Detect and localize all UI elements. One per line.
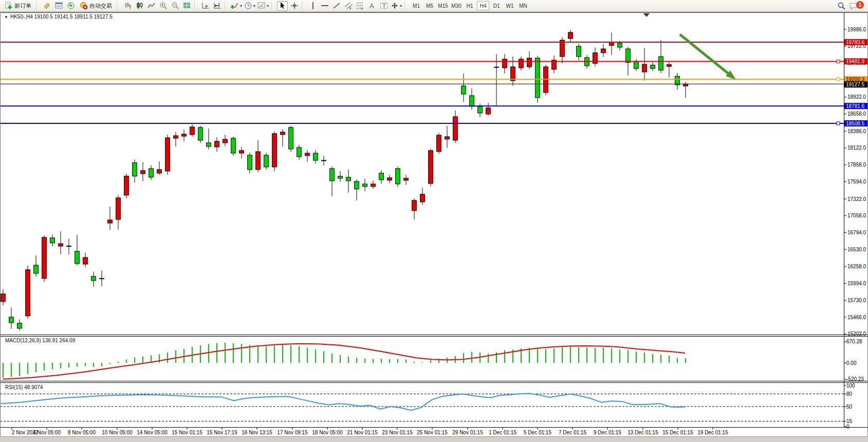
periods-button[interactable]: ▾ — [244, 1, 256, 11]
candle-body — [651, 65, 655, 69]
candle-body — [363, 184, 367, 187]
time-axis-label: 4 Nov 05:00 — [33, 430, 61, 435]
candle-body — [91, 277, 96, 281]
candle-body — [461, 86, 466, 94]
tab-timeframe-h4[interactable]: H4 — [477, 1, 489, 10]
candle-body — [535, 58, 540, 98]
templates-button[interactable]: ▾ — [257, 1, 269, 11]
auto-scroll-button[interactable] — [200, 1, 211, 11]
chart-symbol-title: ▼HK50-,H4 19100.5 19141.5 18911.5 19127.… — [4, 14, 113, 20]
candle-body — [34, 265, 39, 273]
time-axis-label: 17 Nov 09:15 — [277, 430, 308, 435]
macd-indicator-label: MACD(12,26,9) 136.91 264.09 — [5, 338, 75, 343]
candle-body — [568, 32, 573, 39]
candle-body — [404, 178, 409, 180]
candle-body — [297, 148, 302, 157]
equidistant-channel-tool-button[interactable]: E — [343, 1, 354, 11]
price-axis-label: 17322.0 — [847, 196, 866, 202]
tab-timeframe-m15[interactable]: M15 — [437, 1, 449, 10]
line-handle[interactable] — [837, 60, 840, 63]
rsi-axis-label: 80 — [846, 391, 853, 397]
bar-chart-mode-button[interactable] — [122, 1, 133, 11]
price-axis-label: 15994.0 — [847, 281, 866, 286]
candle-body — [165, 138, 170, 171]
candle-body — [248, 155, 252, 170]
horizontal-line-tool-button[interactable] — [319, 1, 330, 11]
line-handle[interactable] — [837, 122, 840, 125]
zoom-out-button[interactable] — [170, 1, 180, 11]
fibonacci-tool-button[interactable]: F — [355, 1, 365, 11]
styler-button[interactable] — [42, 1, 52, 11]
auto-trading-button[interactable]: 自动交易 — [77, 1, 115, 11]
indicators-dropdown-icon[interactable]: ▾ — [240, 4, 242, 8]
candle-body — [634, 62, 639, 68]
candle-body — [412, 200, 417, 211]
candle-body — [231, 138, 236, 153]
text-label-tool-button[interactable]: T — [378, 1, 389, 11]
tab-timeframe-mn[interactable]: MN — [517, 1, 529, 10]
indicators-button[interactable]: ▾ — [230, 1, 243, 11]
tab-timeframe-d1[interactable]: D1 — [490, 1, 503, 10]
timeframe-toolbar: M1M5M15M30H1H4D1W1MN — [410, 1, 530, 10]
candle-body — [437, 135, 441, 152]
candle-body — [453, 117, 458, 140]
candle-body — [618, 43, 622, 47]
svg-text:18508.5: 18508.5 — [846, 121, 865, 126]
candle-body — [157, 170, 162, 173]
chart-shift-button[interactable] — [212, 1, 223, 11]
candle-body — [355, 181, 359, 189]
signals-button[interactable] — [65, 1, 76, 11]
vertical-line-tool-button[interactable] — [307, 1, 318, 11]
time-axis-label: 15 Nov 01:15 — [172, 430, 202, 435]
candle-body — [478, 106, 483, 113]
candle-body — [429, 151, 433, 183]
price-axis-label: 17858.0 — [847, 162, 866, 168]
tab-timeframe-m1[interactable]: M1 — [410, 1, 422, 10]
tab-timeframe-w1[interactable]: W1 — [504, 1, 516, 10]
candle-body — [116, 198, 121, 219]
tile-windows-button[interactable] — [181, 1, 192, 11]
price-axis-label: 15202.0 — [847, 331, 866, 337]
trendline-tool-button[interactable] — [331, 1, 342, 11]
templates-dropdown-icon[interactable]: ▾ — [267, 4, 269, 8]
candle-body — [133, 163, 137, 176]
new-chart-window-button[interactable] — [53, 1, 64, 11]
rsi-axis-label: 0 — [846, 424, 849, 430]
candle-body — [256, 152, 261, 170]
price-axis-label: 16530.0 — [847, 247, 866, 252]
text-tool-button[interactable]: A — [366, 1, 377, 11]
line-chart-mode-button[interactable] — [146, 1, 157, 11]
cursor-tool-button[interactable] — [277, 1, 288, 11]
candle-body — [305, 153, 310, 156]
candle-body — [223, 139, 228, 143]
candle-body — [239, 151, 244, 153]
zoom-in-button[interactable] — [158, 1, 169, 11]
svg-text:19481.9: 19481.9 — [846, 59, 865, 64]
chart-menu-arrow-icon[interactable]: ▼ — [4, 15, 8, 20]
candle-body — [215, 141, 219, 147]
chart-canvas[interactable]: 19986.019722.019458.018922.018658.018386… — [0, 0, 868, 442]
periods-dropdown-icon[interactable]: ▾ — [253, 4, 255, 8]
price-axis-label: 15730.0 — [847, 298, 866, 303]
time-axis-label: 23 Nov 01:15 — [382, 430, 413, 435]
tab-timeframe-m5[interactable]: M5 — [423, 1, 436, 10]
toolbar-separator — [36, 2, 40, 10]
search-icon[interactable] — [836, 1, 847, 11]
new-order-button[interactable]: 新订单 — [2, 1, 34, 11]
time-axis-label: 1 Dec 01:15 — [489, 430, 516, 435]
candle-body — [420, 194, 425, 202]
candle-body — [182, 134, 187, 136]
svg-text:19783.6: 19783.6 — [846, 40, 865, 45]
line-handle[interactable] — [837, 78, 840, 81]
tab-timeframe-m30[interactable]: M30 — [450, 1, 463, 10]
arrows-tool-button[interactable]: ▾ — [390, 1, 402, 11]
candle-body — [1, 294, 6, 302]
tab-timeframe-h1[interactable]: H1 — [464, 1, 476, 10]
unread-count-badge[interactable]: 1 — [856, 1, 864, 9]
arrows-dropdown-icon[interactable]: ▾ — [400, 4, 402, 8]
time-axis-label: 10 Nov 05:00 — [102, 430, 133, 435]
candlestick-mode-button[interactable] — [134, 1, 145, 11]
crosshair-tool-button[interactable] — [289, 1, 300, 11]
price-axis-label: 16794.0 — [847, 230, 866, 235]
candle-body — [396, 169, 400, 184]
